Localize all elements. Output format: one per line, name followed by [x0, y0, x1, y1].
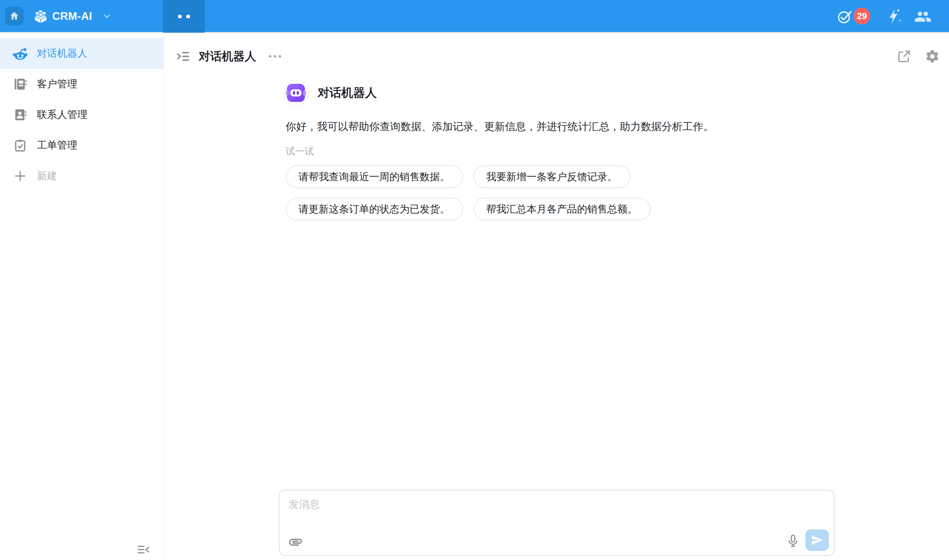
home-icon	[9, 11, 20, 22]
suggestion-pill[interactable]: 我要新增一条客户反馈记录。	[474, 165, 630, 188]
app-name[interactable]: CRM-AI	[52, 0, 92, 33]
gear-icon[interactable]	[924, 49, 940, 64]
sidebar-item-label: 工单管理	[37, 138, 77, 152]
plus-icon	[12, 168, 28, 184]
contact-card-icon	[12, 107, 28, 122]
sidebar-item-label: 联系人管理	[37, 108, 87, 122]
sidebar-new-button[interactable]: 新建	[0, 161, 163, 191]
main-panel: 对话机器人	[164, 33, 949, 560]
suggestion-pill[interactable]: 请更新这条订单的状态为已发货。	[286, 198, 463, 220]
send-icon	[811, 534, 823, 546]
sidebar-item-label: 客户管理	[37, 77, 77, 91]
bot-greeting: 你好，我可以帮助你查询数据、添加记录、更新信息，并进行统计汇总，助力数据分析工作…	[279, 120, 835, 134]
bot-intro: 对话机器人	[279, 80, 835, 106]
bot-name: 对话机器人	[318, 85, 377, 101]
try-label: 试一试	[279, 145, 835, 158]
notification-badge[interactable]: 29	[853, 8, 870, 25]
robot-icon	[12, 46, 28, 61]
chevron-down-icon[interactable]	[102, 12, 111, 21]
page-title: 对话机器人	[199, 49, 256, 65]
workspace-tab[interactable]	[163, 0, 205, 33]
customers-book-icon	[12, 77, 28, 92]
more-icon[interactable]	[268, 54, 282, 59]
tasks-check-icon[interactable]	[837, 8, 853, 25]
automation-flash-icon[interactable]	[885, 7, 902, 25]
tab-dot-icon	[178, 15, 182, 18]
sidebar: 对话机器人 客户管理 联系人管理	[0, 33, 164, 560]
message-composer	[279, 490, 835, 556]
sidebar-item-label: 对话机器人	[37, 47, 87, 60]
message-input[interactable]	[289, 497, 776, 527]
sidebar-item-tickets[interactable]: 工单管理	[0, 130, 163, 161]
open-in-new-icon[interactable]	[897, 49, 911, 64]
collapse-sidebar-icon[interactable]	[135, 543, 151, 557]
chat-area: 对话机器人 你好，我可以帮助你查询数据、添加记录、更新信息，并进行统计汇总，助力…	[279, 80, 835, 220]
sidebar-item-chatbot[interactable]: 对话机器人	[0, 38, 163, 69]
sidebar-item-customers[interactable]: 客户管理	[0, 69, 163, 100]
app-logo-brick-icon	[33, 8, 49, 25]
send-button[interactable]	[805, 529, 829, 551]
attachment-icon[interactable]	[287, 534, 304, 549]
users-icon[interactable]	[914, 8, 932, 25]
suggestion-list: 请帮我查询最近一周的销售数据。 我要新增一条客户反馈记录。 请更新这条订单的状态…	[279, 165, 808, 220]
ticket-clipboard-icon	[12, 138, 28, 153]
topbar: CRM-AI 29	[0, 0, 949, 33]
sidebar-item-label: 新建	[37, 169, 57, 183]
bot-avatar	[283, 80, 309, 106]
page-header: 对话机器人	[176, 45, 940, 68]
suggestion-pill[interactable]: 请帮我查询最近一周的销售数据。	[286, 165, 463, 188]
microphone-icon[interactable]	[786, 532, 800, 549]
outline-list-icon[interactable]	[176, 49, 191, 64]
sidebar-item-contacts[interactable]: 联系人管理	[0, 100, 163, 130]
suggestion-pill[interactable]: 帮我汇总本月各产品的销售总额。	[474, 198, 651, 220]
tab-dot-icon	[186, 15, 190, 18]
home-button[interactable]	[5, 7, 24, 25]
